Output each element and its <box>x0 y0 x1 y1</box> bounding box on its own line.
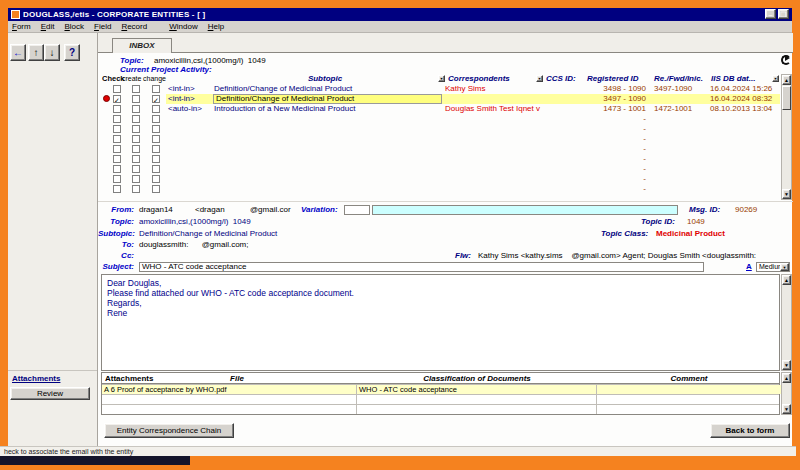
detail-topic-value[interactable]: amoxicillin,csi,(1000mg/l) 1049 <box>139 217 251 227</box>
check-checkbox[interactable] <box>113 165 121 173</box>
attachment-file[interactable] <box>102 405 357 414</box>
priority-select[interactable]: Medium ▼ <box>756 262 790 272</box>
scroll-up-icon[interactable]: ▲ <box>782 275 791 285</box>
attachments-link[interactable]: Attachments <box>12 374 60 383</box>
menu-item-help[interactable]: Help <box>208 21 224 33</box>
change-checkbox[interactable] <box>152 115 160 123</box>
attachment-classification[interactable]: WHO - ATC code acceptance <box>357 385 597 394</box>
attachment-row[interactable] <box>102 394 779 404</box>
inbox-row[interactable]: - <box>98 114 793 124</box>
from-name[interactable]: dragan14 <box>139 205 173 215</box>
create-checkbox[interactable] <box>132 145 140 153</box>
create-checkbox[interactable] <box>132 135 140 143</box>
dropdown-icon[interactable]: ▼ <box>780 263 789 271</box>
create-checkbox[interactable] <box>132 175 140 183</box>
attachment-comment[interactable] <box>597 405 781 414</box>
inbox-row[interactable]: - <box>98 174 793 184</box>
check-checkbox[interactable] <box>113 185 121 193</box>
create-checkbox[interactable] <box>132 95 140 103</box>
change-checkbox[interactable] <box>152 145 160 153</box>
check-checkbox[interactable] <box>113 85 121 93</box>
attachment-row[interactable] <box>102 404 779 414</box>
from-domain[interactable]: @gmail.cor <box>250 205 291 215</box>
scroll-down-icon[interactable]: ▼ <box>782 404 791 414</box>
create-checkbox[interactable] <box>132 125 140 133</box>
next-record-icon[interactable]: ↓ <box>44 44 60 61</box>
scroll-down-icon[interactable]: ▼ <box>782 189 791 199</box>
create-checkbox[interactable] <box>132 165 140 173</box>
create-checkbox[interactable] <box>132 185 140 193</box>
menu-item-record[interactable]: Record <box>121 21 147 33</box>
previous-record-icon[interactable]: ↑ <box>28 44 44 61</box>
create-checkbox[interactable] <box>132 105 140 113</box>
sort-date-icon[interactable]: ▾ <box>772 75 779 82</box>
menu-item-field[interactable]: Field <box>94 21 111 33</box>
menu-item-window[interactable]: Window <box>169 21 197 33</box>
sort-subtopic-icon[interactable]: ▾ <box>438 75 445 82</box>
inbox-row[interactable]: - <box>98 164 793 174</box>
menu-item-edit[interactable]: Edit <box>41 21 55 33</box>
back-to-form-button[interactable]: Back to form <box>710 423 790 438</box>
change-checkbox[interactable] <box>152 85 160 93</box>
check-checkbox[interactable] <box>113 135 121 143</box>
check-checkbox[interactable] <box>113 115 121 123</box>
inbox-row[interactable]: - <box>98 124 793 134</box>
sort-correspondents-icon[interactable]: ▾ <box>536 75 543 82</box>
subject-input[interactable]: WHO - ATC code acceptance <box>139 262 704 272</box>
attachment-comment[interactable] <box>597 395 781 404</box>
tab-inbox[interactable]: INBOX <box>112 38 172 53</box>
create-checkbox[interactable] <box>132 85 140 93</box>
check-checkbox[interactable] <box>113 155 121 163</box>
entity-correspondence-chain-button[interactable]: Entity Correspondence Chain <box>104 423 234 438</box>
refresh-icon[interactable] <box>781 55 791 65</box>
change-checkbox[interactable] <box>152 155 160 163</box>
attachment-file[interactable] <box>102 395 357 404</box>
change-checkbox[interactable] <box>152 165 160 173</box>
change-checkbox[interactable] <box>152 105 160 113</box>
message-scrollbar[interactable]: ▲ ▼ <box>781 274 792 371</box>
change-checkbox[interactable] <box>152 175 160 183</box>
message-body[interactable]: Dear Douglas, Please find attached our W… <box>101 274 780 371</box>
help-icon[interactable]: ? <box>64 44 80 61</box>
inbox-row[interactable]: ✓✓<int-in>Definition/Change of Medicinal… <box>98 94 793 104</box>
attachments-scrollbar[interactable]: ▲ ▼ <box>781 372 792 415</box>
inbox-row[interactable]: - <box>98 154 793 164</box>
minimize-button[interactable]: – <box>765 9 776 19</box>
menu-item-block[interactable]: Block <box>64 21 84 33</box>
inbox-row[interactable]: <auto-in>Introduction of a New Medicinal… <box>98 104 793 114</box>
attachment-file[interactable]: A 6 Proof of acceptance by WHO.pdf <box>102 385 357 394</box>
inbox-row[interactable]: - <box>98 144 793 154</box>
maximize-button[interactable]: ❐ <box>778 9 789 19</box>
exit-icon[interactable]: ← <box>10 44 26 61</box>
menu-item-form[interactable]: Form <box>12 21 31 33</box>
check-checkbox[interactable] <box>113 175 121 183</box>
create-checkbox[interactable] <box>132 115 140 123</box>
inbox-row[interactable]: - <box>98 134 793 144</box>
inbox-row[interactable]: <int-in>Definition/Change of Medicinal P… <box>98 84 793 94</box>
check-checkbox[interactable] <box>113 105 121 113</box>
check-checkbox[interactable]: ✓ <box>113 95 121 103</box>
to-value[interactable]: douglassmith: @gmail.com; <box>139 240 249 250</box>
check-checkbox[interactable] <box>113 125 121 133</box>
attachment-row[interactable]: A 6 Proof of acceptance by WHO.pdfWHO - … <box>102 384 779 394</box>
scroll-down-icon[interactable]: ▼ <box>782 360 791 370</box>
change-checkbox[interactable]: ✓ <box>152 95 160 103</box>
create-checkbox[interactable] <box>132 155 140 163</box>
review-button[interactable]: Review <box>10 387 90 400</box>
variation-field[interactable] <box>372 205 678 215</box>
from-address[interactable]: <dragan <box>195 205 225 215</box>
attachment-comment[interactable] <box>597 385 781 394</box>
flw-value[interactable]: Kathy Sims <kathy.sims @gmail.com> Agent… <box>478 251 790 261</box>
variation-code-field[interactable] <box>344 205 370 215</box>
attachment-classification[interactable] <box>357 395 597 404</box>
inbox-row[interactable]: - <box>98 184 793 194</box>
scroll-up-icon[interactable]: ▲ <box>782 373 791 383</box>
app-icon[interactable] <box>11 10 20 19</box>
detail-subtopic-value[interactable]: Definition/Change of Medicinal Product <box>139 229 277 239</box>
font-button[interactable]: A <box>746 262 752 272</box>
change-checkbox[interactable] <box>152 135 160 143</box>
change-checkbox[interactable] <box>152 125 160 133</box>
change-checkbox[interactable] <box>152 185 160 193</box>
check-checkbox[interactable] <box>113 145 121 153</box>
attachment-classification[interactable] <box>357 405 597 414</box>
